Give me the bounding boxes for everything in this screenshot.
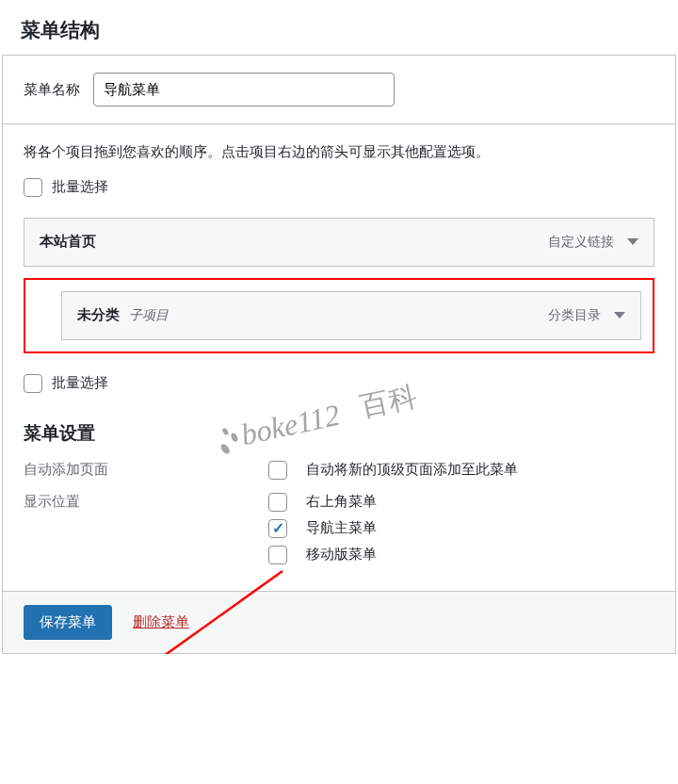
bulk-select-top: 批量选择 bbox=[24, 178, 654, 197]
menu-panel: 菜单名称 将各个项目拖到您喜欢的顺序。点击项目右边的箭头可显示其他配置选项。 批… bbox=[2, 55, 676, 654]
menu-item-type-text: 自定义链接 bbox=[548, 234, 614, 251]
loc-option-text: 右上角菜单 bbox=[306, 493, 377, 511]
menu-item-title: 本站首页 bbox=[40, 233, 96, 251]
menu-name-label: 菜单名称 bbox=[24, 81, 80, 99]
menu-item-type-text: 分类目录 bbox=[548, 307, 601, 324]
menu-item-type: 分类目录 bbox=[548, 307, 625, 324]
display-location-row: 显示位置 右上角菜单 导航主菜单 移动版菜单 bbox=[24, 493, 654, 564]
save-menu-button[interactable]: 保存菜单 bbox=[24, 605, 112, 640]
loc-mobile-checkbox[interactable] bbox=[268, 546, 287, 564]
menu-item-uncategorized[interactable]: 未分类 子项目 分类目录 bbox=[61, 291, 641, 340]
auto-add-checkbox[interactable] bbox=[268, 461, 287, 480]
loc-nav-main-checkbox[interactable] bbox=[268, 519, 287, 538]
loc-option-text: 导航主菜单 bbox=[306, 519, 377, 537]
loc-top-right-checkbox[interactable] bbox=[268, 493, 287, 512]
delete-menu-link[interactable]: 删除菜单 bbox=[133, 613, 189, 631]
menu-item-title: 未分类 子项目 bbox=[77, 306, 169, 324]
menu-name-row: 菜单名称 bbox=[3, 56, 675, 124]
highlighted-area: 未分类 子项目 分类目录 bbox=[24, 278, 654, 353]
menu-item-home[interactable]: 本站首页 自定义链接 bbox=[24, 218, 654, 267]
bulk-select-bottom: 批量选择 bbox=[24, 374, 654, 393]
auto-add-label: 自动添加页面 bbox=[24, 461, 268, 479]
menu-name-input[interactable] bbox=[93, 73, 395, 106]
page-title: 菜单结构 bbox=[0, 0, 678, 55]
menu-item-type: 自定义链接 bbox=[548, 234, 638, 251]
auto-add-option: 自动将新的顶级页面添加至此菜单 bbox=[306, 461, 518, 479]
caret-down-icon[interactable] bbox=[627, 238, 638, 245]
instructions-text: 将各个项目拖到您喜欢的顺序。点击项目右边的箭头可显示其他配置选项。 bbox=[24, 141, 654, 163]
bulk-checkbox-top[interactable] bbox=[24, 178, 42, 197]
caret-down-icon[interactable] bbox=[614, 312, 625, 318]
menu-item-title-text: 未分类 bbox=[77, 306, 120, 322]
bulk-label: 批量选择 bbox=[52, 178, 108, 196]
auto-add-row: 自动添加页面 自动将新的顶级页面添加至此菜单 bbox=[24, 461, 654, 480]
menu-item-subtitle: 子项目 bbox=[129, 307, 169, 322]
menu-content: 将各个项目拖到您喜欢的顺序。点击项目右边的箭头可显示其他配置选项。 批量选择 本… bbox=[3, 124, 675, 564]
footer-bar: 保存菜单 删除菜单 bbox=[3, 591, 675, 653]
menu-settings-title: 菜单设置 bbox=[24, 421, 654, 446]
bulk-label: 批量选择 bbox=[52, 374, 108, 392]
bulk-checkbox-bottom[interactable] bbox=[24, 374, 42, 393]
display-location-label: 显示位置 bbox=[24, 493, 268, 511]
loc-option-text: 移动版菜单 bbox=[306, 546, 377, 564]
